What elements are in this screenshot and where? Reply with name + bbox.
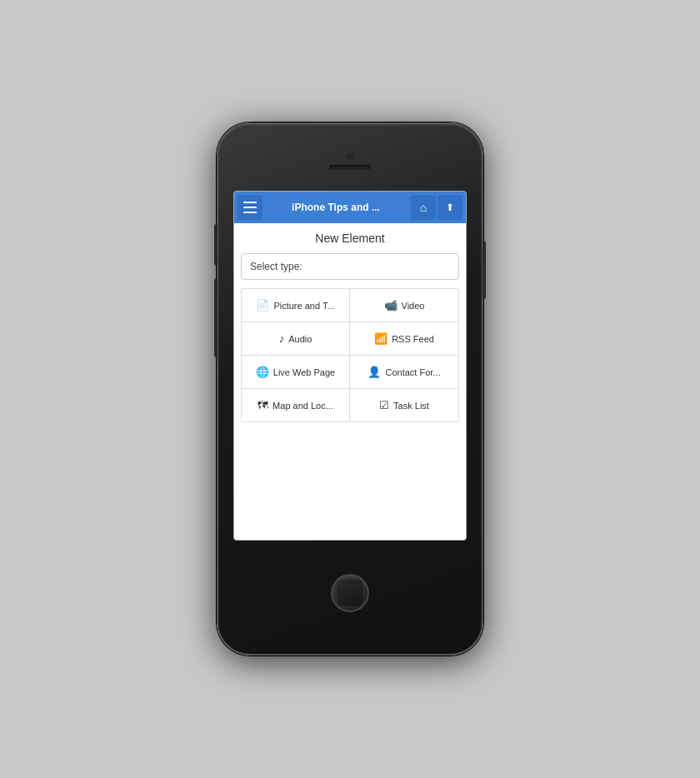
type-option-map-location[interactable]: 🗺 Map and Loc... [242,389,350,421]
task-label: Task List [393,401,429,411]
hamburger-line-2 [243,207,257,208]
screen: iPhone Tips and ... ⌂ ⬆ New Element Sele… [233,191,467,541]
type-options-grid: 📄 Picture and T... 📹 Video ♪ Audio 📶 RSS… [241,288,459,422]
share-icon: ⬆ [446,202,454,213]
app-header: iPhone Tips and ... ⌂ ⬆ [234,192,466,223]
page-title: New Element [315,232,384,245]
camera [347,153,353,160]
audio-icon: ♪ [279,332,285,345]
hamburger-line-1 [243,202,257,203]
picture-text-label: Picture and T... [273,301,334,311]
web-icon: 🌐 [256,366,269,378]
type-option-video[interactable]: 📹 Video [350,289,458,322]
rss-icon: 📶 [374,332,388,345]
share-button[interactable]: ⬆ [438,195,462,220]
audio-label: Audio [288,334,312,344]
web-label: Live Web Page [273,367,335,377]
home-button[interactable] [331,574,369,612]
hamburger-line-3 [243,212,257,213]
task-icon: ☑ [379,399,389,411]
contact-label: Contact For... [385,367,440,377]
select-type-label: Select type: [241,253,459,280]
app-title: iPhone Tips and ... [262,202,409,213]
home-button-inner [336,579,364,607]
home-icon: ⌂ [420,201,427,214]
type-option-rss-feed[interactable]: 📶 RSS Feed [350,322,458,356]
phone-frame: iPhone Tips and ... ⌂ ⬆ New Element Sele… [217,122,483,656]
screen-content: New Element Select type: 📄 Picture and T… [234,223,466,540]
map-label: Map and Loc... [272,401,333,411]
contact-icon: 👤 [368,366,381,378]
type-option-picture-and-text[interactable]: 📄 Picture and T... [242,289,350,322]
hamburger-button[interactable] [238,195,262,220]
phone-top [218,124,482,191]
type-option-audio[interactable]: ♪ Audio [242,322,350,356]
picture-text-icon: 📄 [256,299,269,312]
map-icon: 🗺 [258,399,268,411]
home-nav-button[interactable]: ⌂ [411,195,436,220]
video-label: Video [402,301,425,311]
phone-bottom [331,541,369,654]
speaker [329,165,371,170]
type-option-contact-form[interactable]: 👤 Contact For... [350,356,458,389]
type-option-task-list[interactable]: ☑ Task List [350,389,458,421]
rss-label: RSS Feed [392,334,434,344]
video-icon: 📹 [384,299,398,312]
type-option-live-web-page[interactable]: 🌐 Live Web Page [242,356,350,389]
